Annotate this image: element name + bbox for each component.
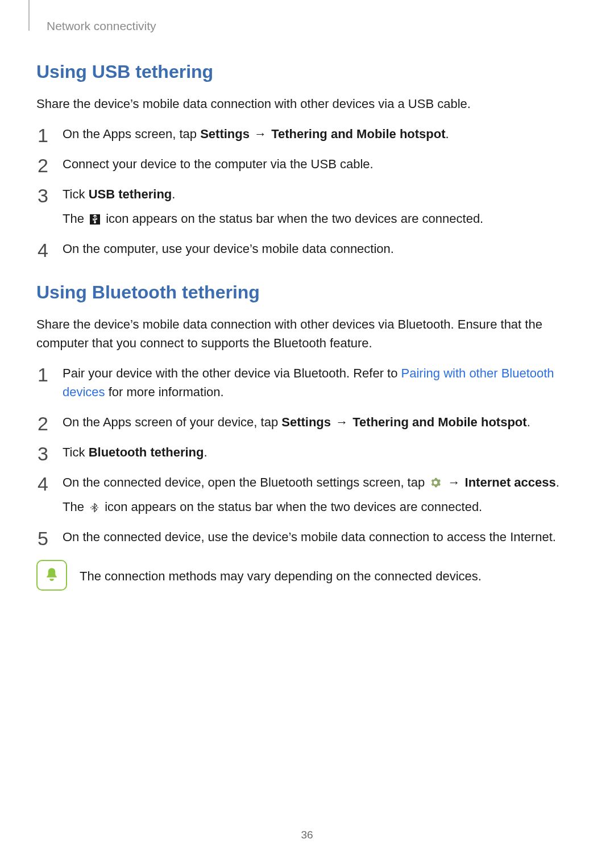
text: On the Apps screen of your device, tap xyxy=(63,415,281,429)
tethering-label: Tethering and Mobile hotspot xyxy=(352,415,526,429)
text: Pair your device with the other device v… xyxy=(63,366,401,380)
settings-label: Settings xyxy=(200,127,250,141)
internet-access-label: Internet access xyxy=(465,475,556,489)
heading-usb-tethering: Using USB tethering xyxy=(36,58,578,85)
bluetooth-tether-icon xyxy=(89,499,99,509)
text: icon appears on the status bar when the … xyxy=(101,500,482,514)
svg-point-1 xyxy=(90,507,92,508)
text: for more information. xyxy=(105,385,224,399)
tethering-label: Tethering and Mobile hotspot xyxy=(271,127,445,141)
step-4: On the connected device, open the Blueto… xyxy=(36,473,578,516)
text: . xyxy=(204,445,208,459)
step-2: On the Apps screen of your device, tap S… xyxy=(36,413,578,431)
text: The xyxy=(63,500,88,514)
note: The connection methods may vary dependin… xyxy=(36,560,578,591)
text: On the connected device, open the Blueto… xyxy=(63,475,428,489)
section2-steps: Pair your device with the other device v… xyxy=(36,364,578,546)
step-3: Tick Bluetooth tethering. xyxy=(36,443,578,462)
header-rule xyxy=(28,0,30,31)
text: On the connected device, use the device’… xyxy=(63,530,556,544)
text: . xyxy=(172,187,175,201)
bluetooth-tethering-label: Bluetooth tethering xyxy=(89,445,204,459)
text: . xyxy=(446,127,449,141)
text: . xyxy=(527,415,530,429)
note-text: The connection methods may vary dependin… xyxy=(80,560,482,585)
text: Tick xyxy=(63,187,89,201)
breadcrumb: Network connectivity xyxy=(47,17,578,35)
step-3: Tick USB tethering. The icon appears on … xyxy=(36,185,578,228)
gear-icon xyxy=(430,475,441,486)
text: On the computer, use your device’s mobil… xyxy=(63,242,394,256)
section1-steps: On the Apps screen, tap Settings → Tethe… xyxy=(36,124,578,258)
text: The xyxy=(63,211,88,226)
svg-point-2 xyxy=(97,507,98,508)
step-4-sub: The icon appears on the status bar when … xyxy=(63,497,578,516)
step-5: On the connected device, use the device’… xyxy=(36,528,578,546)
arrow-icon: → xyxy=(331,415,352,429)
text: icon appears on the status bar when the … xyxy=(102,211,483,226)
step-1: Pair your device with the other device v… xyxy=(36,364,578,401)
usb-tethering-label: USB tethering xyxy=(89,187,172,201)
settings-label: Settings xyxy=(281,415,331,429)
arrow-icon: → xyxy=(250,127,271,141)
text: On the Apps screen, tap xyxy=(63,127,200,141)
step-4: On the computer, use your device’s mobil… xyxy=(36,239,578,258)
text: Connect your device to the computer via … xyxy=(63,157,374,171)
step-3-sub: The icon appears on the status bar when … xyxy=(63,209,578,228)
page-number: 36 xyxy=(0,827,614,844)
note-icon xyxy=(36,560,67,591)
heading-bluetooth-tethering: Using Bluetooth tethering xyxy=(36,279,578,306)
step-2: Connect your device to the computer via … xyxy=(36,155,578,173)
section2-intro: Share the device’s mobile data connectio… xyxy=(36,315,578,352)
section1-intro: Share the device’s mobile data connectio… xyxy=(36,94,578,113)
page: Network connectivity Using USB tethering… xyxy=(0,0,614,868)
arrow-icon: → xyxy=(443,475,464,489)
text: Tick xyxy=(63,445,89,459)
step-1: On the Apps screen, tap Settings → Tethe… xyxy=(36,124,578,143)
text: . xyxy=(556,475,559,489)
usb-tether-icon xyxy=(90,214,100,225)
svg-point-0 xyxy=(94,221,96,223)
